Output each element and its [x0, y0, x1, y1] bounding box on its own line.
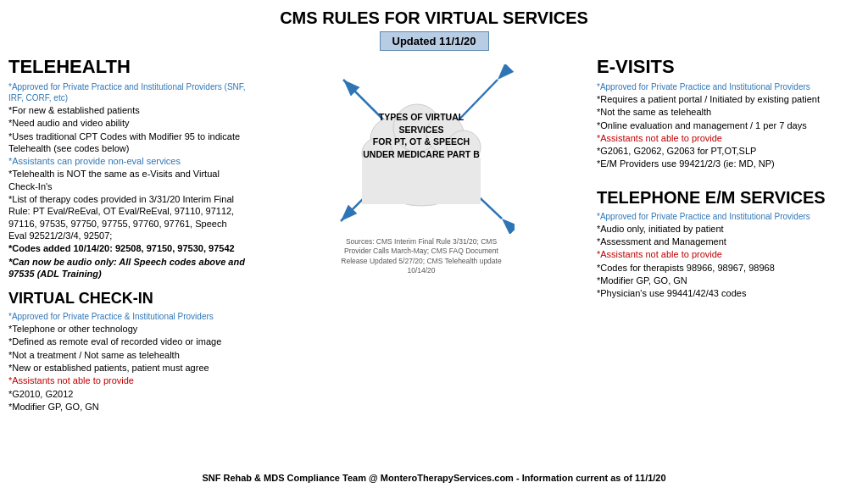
evisits-section: E-VISITS *Approved for Private Practice … — [597, 56, 860, 170]
telehealth-bullet-6: *List of therapy codes provided in 3/31/… — [8, 193, 246, 241]
svg-rect-14 — [362, 158, 481, 204]
tel-bullet-5: *Modifier GP, GO, GN — [597, 274, 860, 286]
page-container: CMS RULES FOR VIRTUAL SERVICES Updated 1… — [0, 0, 868, 488]
footer-text: SNF Rehab & MDS Compliance Team @ Monter… — [202, 473, 665, 483]
telehealth-bullet-5: *Telehealth is NOT the same as e-Visits … — [8, 168, 246, 192]
vc-bullet-7: *Modifier GP, GO, GN — [8, 401, 246, 413]
ev-bullet-1: *Requires a patient portal / Initiated b… — [597, 93, 860, 105]
tel-bullet-6: *Physician's use 99441/42/43 codes — [597, 287, 860, 299]
sources-text: Sources: CMS Interim Final Rule 3/31/20;… — [337, 237, 506, 276]
ev-bullet-5: *G2061, G2062, G2063 for PT,OT,SLP — [597, 145, 860, 157]
telephone-approved: *Approved for Private Practice and Insti… — [597, 211, 860, 222]
evisits-title: E-VISITS — [597, 56, 860, 78]
tel-bullet-4: *Codes for therapists 98966, 98967, 9896… — [597, 262, 860, 274]
vc-bullet-4: *New or established patients, patient mu… — [8, 362, 246, 374]
right-column: E-VISITS *Approved for Private Practice … — [597, 56, 860, 413]
content-area: TELEHEALTH *Approved for Private Practic… — [8, 56, 860, 413]
telehealth-bullet-3: *Uses traditional CPT Codes with Modifie… — [8, 130, 246, 155]
virtual-checkin-approved: *Approved for Private Practice & Institu… — [8, 311, 246, 322]
cloud-diagram: TYPES OF VIRTUAL SERVICESFOR PT, OT & SP… — [328, 64, 515, 234]
telehealth-bullet-4: *Assistants can provide non-eval service… — [8, 155, 246, 167]
vc-bullet-6: *G2010, G2012 — [8, 388, 246, 400]
ev-bullet-2: *Not the same as telehealth — [597, 106, 860, 118]
virtual-checkin-section: VIRTUAL CHECK-IN *Approved for Private P… — [8, 290, 246, 413]
tel-bullet-3: *Assistants not able to provide — [597, 248, 860, 260]
ev-bullet-4: *Assistants not able to provide — [597, 132, 860, 144]
vc-bullet-3: *Not a treatment / Not same as telehealt… — [8, 349, 246, 361]
main-title: CMS RULES FOR VIRTUAL SERVICES — [8, 8, 860, 28]
evisits-approved: *Approved for Private Practice and Insti… — [597, 81, 860, 92]
virtual-checkin-title: VIRTUAL CHECK-IN — [8, 290, 246, 308]
center-column: TYPES OF VIRTUAL SERVICESFOR PT, OT & SP… — [246, 56, 597, 413]
telehealth-bullet-1: *For new & established patients — [8, 104, 246, 116]
telehealth-section: TELEHEALTH *Approved for Private Practic… — [8, 56, 246, 280]
tel-bullet-1: *Audio only, initiated by patient — [597, 223, 860, 235]
telehealth-bullet-7: *Codes added 10/14/20: 92508, 97150, 975… — [8, 242, 246, 254]
cloud-text: TYPES OF VIRTUAL SERVICESFOR PT, OT & SP… — [358, 111, 485, 161]
ev-bullet-3: *Online evaluation and management / 1 pe… — [597, 119, 860, 131]
left-column: TELEHEALTH *Approved for Private Practic… — [8, 56, 246, 413]
telephone-section: TELEPHONE E/M SERVICES *Approved for Pri… — [597, 187, 860, 300]
vc-bullet-5: *Assistants not able to provide — [8, 374, 246, 386]
updated-badge: Updated 11/1/20 — [380, 31, 489, 51]
telephone-title: TELEPHONE E/M SERVICES — [597, 187, 860, 208]
updated-row: Updated 11/1/20 — [8, 31, 860, 51]
telehealth-bullet-2: *Need audio and video ability — [8, 117, 246, 129]
telehealth-bullet-8: *Can now be audio only: All Speech codes… — [8, 256, 246, 280]
telehealth-approved: *Approved for Private Practice and Insti… — [8, 81, 246, 103]
tel-bullet-2: *Assessment and Management — [597, 236, 860, 247]
telehealth-title: TELEHEALTH — [8, 56, 246, 78]
ev-bullet-6: *E/M Providers use 99421/2/3 (ie: MD, NP… — [597, 158, 860, 169]
vc-bullet-1: *Telephone or other technology — [8, 323, 246, 335]
vc-bullet-2: *Defined as remote eval of recorded vide… — [8, 336, 246, 347]
